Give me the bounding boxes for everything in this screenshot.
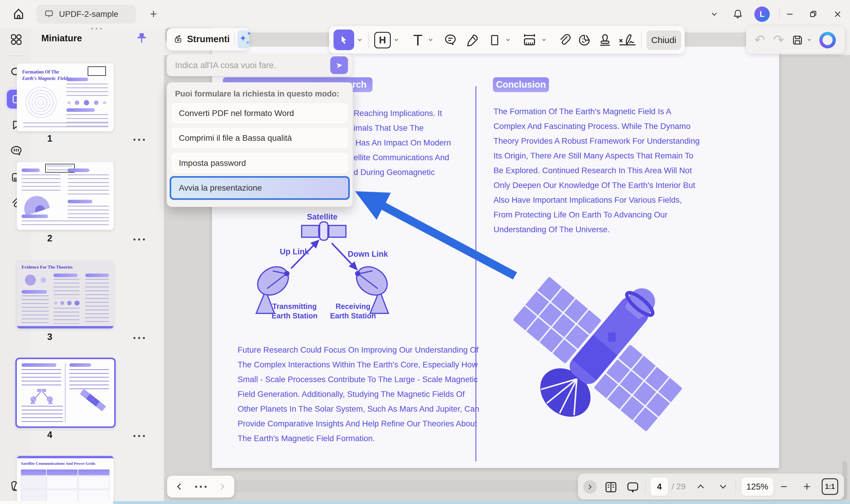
- save-options-chevron[interactable]: [805, 35, 813, 45]
- titlebar-divider: [779, 8, 780, 20]
- thumb4-divider: [65, 363, 66, 422]
- undo-button[interactable]: ↶: [752, 31, 768, 48]
- thumb3-more-button[interactable]: [133, 337, 145, 339]
- diagram-rx-label-1: Receiving: [329, 302, 377, 311]
- conclusion-line: Understanding Of The Universe.: [493, 225, 610, 234]
- thumb3-col1: [21, 295, 49, 324]
- pin-panel-button[interactable]: [135, 31, 148, 46]
- save-button[interactable]: [790, 32, 805, 48]
- diagram-rx-label-2: Earth Station: [329, 312, 377, 320]
- zoom-out-button[interactable]: [777, 480, 791, 494]
- thumbnail-page-4[interactable]: [15, 358, 116, 428]
- pan-more-button[interactable]: [195, 486, 206, 488]
- conclusion-line: Complex And Fascinating Process. While T…: [493, 122, 690, 131]
- doc-fragment-line: ellite Communications And: [354, 153, 449, 162]
- ai-assistant-button[interactable]: [819, 32, 836, 48]
- chevron-left-icon[interactable]: [175, 482, 184, 491]
- ai-suggestion-presentation-selected[interactable]: Avvia la presentazione: [170, 176, 350, 200]
- minimize-button[interactable]: [783, 7, 797, 21]
- pen-tool-button[interactable]: [464, 32, 481, 48]
- ai-hint-title: Puoi formulare la richiesta in questo mo…: [175, 89, 339, 98]
- diagram-tx-label-2: Earth Station: [271, 312, 318, 320]
- tool-divider: [368, 33, 369, 48]
- presentation-mode-button[interactable]: [625, 479, 641, 496]
- select-tool-button[interactable]: [333, 30, 354, 50]
- ai-suggestions-panel: Puoi formulare la richiesta in questo mo…: [167, 82, 353, 207]
- expand-controls-button[interactable]: [583, 480, 597, 494]
- sticker-tool-button[interactable]: [576, 32, 593, 48]
- ai-prompt-input[interactable]: Indica all'IA cosa vuoi fare. ➤: [167, 54, 353, 76]
- user-avatar[interactable]: L: [754, 6, 770, 22]
- pen-icon: [465, 33, 480, 48]
- thumb4-badge-left: [21, 363, 56, 367]
- thumb1-more-button[interactable]: [133, 139, 145, 141]
- actual-size-button[interactable]: 1:1: [822, 478, 838, 495]
- conclusion-line: Theory Provides A Robust Framework For U…: [493, 136, 700, 146]
- thumb3-badge-3: [85, 273, 109, 277]
- bottom-strip: [113, 501, 850, 504]
- ai-sparkles-button[interactable]: ✦ ✦ ✦: [237, 30, 249, 48]
- ai-suggestion-password[interactable]: Imposta password: [171, 153, 348, 174]
- thumb4-more-button[interactable]: [133, 435, 145, 437]
- thumb2-page-number: 2: [47, 233, 52, 244]
- comment-tool-button[interactable]: [442, 32, 459, 48]
- redo-button[interactable]: ↷: [770, 31, 787, 48]
- previous-page-button[interactable]: [693, 480, 708, 494]
- tools-button[interactable]: Strumenti ✦ ✦ ✦: [167, 28, 249, 51]
- thumb1-title-line1: Formation Of The: [22, 69, 59, 75]
- text-tool-button[interactable]: T: [410, 31, 426, 50]
- conclusion-line: The Formation Of The Earth's Magnetic Fi…: [493, 107, 671, 116]
- measure-tool-chevron[interactable]: [540, 35, 548, 45]
- diagram-uplink-label: Up Link: [280, 247, 309, 256]
- thumbnail-page-2[interactable]: [17, 162, 114, 230]
- shape-tool-button[interactable]: [486, 32, 503, 48]
- zoom-level-input[interactable]: 125%: [741, 478, 773, 496]
- panel-drag-handle[interactable]: [91, 28, 102, 30]
- thumb2-badge-2: [68, 168, 89, 172]
- presentation-icon: [626, 480, 640, 494]
- ai-suggestion-compress[interactable]: Comprimi il file a Bassa qualità: [171, 128, 348, 148]
- conclusion-line: Be Explored. Continued Research In This …: [493, 166, 692, 175]
- conclusion-heading: Conclusion: [496, 79, 546, 90]
- sidebar-item-apps[interactable]: [9, 33, 23, 47]
- close-window-button[interactable]: [831, 7, 845, 21]
- doc-fragment-line: Reaching Implications. It: [354, 109, 442, 118]
- thumb1-badge-2: [67, 108, 95, 112]
- next-page-button[interactable]: [716, 480, 730, 494]
- sidebar-divider: [6, 55, 25, 56]
- thumbnail-page-1[interactable]: Formation Of The Earth's Magnetic Field: [17, 64, 114, 131]
- thumb2-more-button[interactable]: [133, 238, 145, 240]
- heading-tool-button[interactable]: H: [374, 32, 391, 48]
- page-total-label: / 29: [672, 482, 686, 491]
- restore-button[interactable]: [806, 7, 820, 21]
- text-tool-chevron[interactable]: [426, 35, 435, 45]
- notifications-button[interactable]: [731, 7, 745, 21]
- diagram-tx-label-1: Transmitting: [271, 302, 318, 311]
- sidebar-item-comments[interactable]: [9, 144, 23, 158]
- zoom-in-button[interactable]: [800, 480, 814, 494]
- toolbox-icon: [173, 33, 183, 46]
- home-button[interactable]: [11, 6, 26, 21]
- reading-view-button[interactable]: [603, 479, 619, 496]
- measure-tool-button[interactable]: [521, 32, 538, 48]
- chevron-right-icon[interactable]: [218, 482, 227, 491]
- document-tab[interactable]: UPDF-2-sample: [37, 5, 136, 24]
- conclusion-heading-badge: Conclusion: [493, 77, 549, 92]
- close-tools-button[interactable]: Chiudi: [646, 30, 681, 50]
- select-tool-chevron[interactable]: [355, 35, 364, 45]
- heading-tool-chevron[interactable]: [392, 35, 401, 45]
- attach-tool-button[interactable]: [556, 32, 573, 48]
- shape-tool-chevron[interactable]: [504, 35, 512, 45]
- ai-suggestion-convert-word[interactable]: Converti PDF nel formato Word: [171, 103, 348, 124]
- thumbnail-page-5[interactable]: Satellite Communications And Power Grids: [17, 456, 114, 504]
- thumb2-badge-3: [68, 200, 92, 203]
- thumbnail-page-3[interactable]: Evidence For The Theories: [17, 260, 114, 328]
- minimize-icon: [785, 9, 795, 19]
- stamp-tool-button[interactable]: [597, 31, 613, 49]
- ai-send-button[interactable]: ➤: [330, 56, 348, 74]
- signature-tool-button[interactable]: [617, 31, 638, 49]
- monitor-icon: [43, 8, 55, 20]
- dropdown-chevron-button[interactable]: [707, 7, 721, 21]
- page-number-input[interactable]: 4: [650, 478, 668, 496]
- new-tab-button[interactable]: +: [147, 8, 160, 21]
